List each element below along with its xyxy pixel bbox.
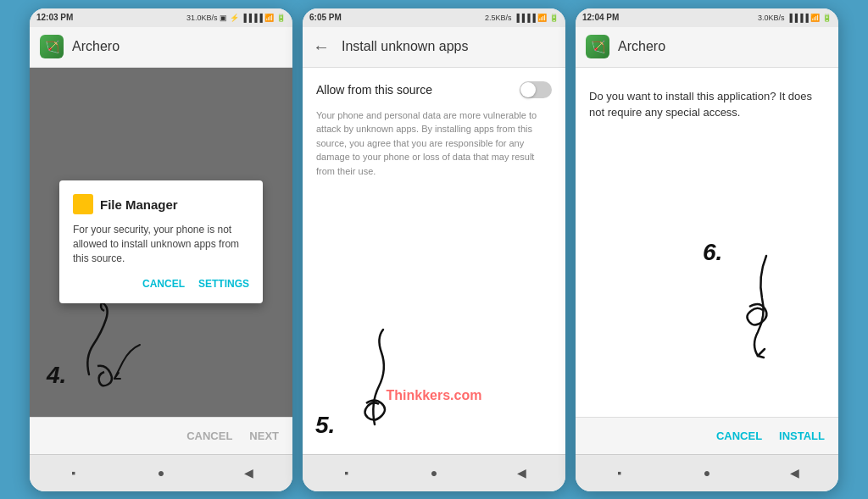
status-icons-1: 31.0KB/s ▣ ⚡ ▐▐▐▐ 📶 🔋 <box>186 14 286 22</box>
bottom-nav-3: ▪ ● ◀ <box>576 454 838 491</box>
status-bar-2: 6:05 PM 2.5KB/s ▐▐▐▐ 📶 🔋 <box>303 8 565 27</box>
app-icon-1: 🏹 <box>40 35 64 58</box>
install-prompt: Do you want to install this application?… <box>589 88 825 121</box>
app-title-2: Install unknown apps <box>342 39 468 54</box>
back-nav-1[interactable]: ◀ <box>240 464 257 481</box>
phone3: 12:04 PM 3.0KB/s ▐▐▐▐ 📶 🔋 🏹 Archero Do y… <box>576 8 838 491</box>
status-icons-3: 3.0KB/s ▐▐▐▐ 📶 🔋 <box>758 14 832 22</box>
main-container: 12:03 PM 31.0KB/s ▣ ⚡ ▐▐▐▐ 📶 🔋 🏹 Archero… <box>0 0 868 499</box>
home-nav-2[interactable]: ▪ <box>338 464 355 481</box>
app-title-3: Archero <box>618 39 665 54</box>
unknown-apps-content: Allow from this source Your phone and pe… <box>303 68 565 454</box>
warning-text: Your phone and personal data are more vu… <box>316 108 552 179</box>
time-1: 12:03 PM <box>36 13 73 22</box>
home-nav-3[interactable]: ▪ <box>611 464 628 481</box>
bottom-nav-1: ▪ ● ◀ <box>30 454 292 491</box>
recents-nav-3[interactable]: ● <box>698 464 715 481</box>
file-manager-dialog: File Manager For your security, your pho… <box>59 180 263 302</box>
next-button[interactable]: NEXT <box>249 430 279 442</box>
toggle-knob <box>520 82 536 97</box>
dialog-body: For your security, your phone is not all… <box>73 223 249 265</box>
install-button[interactable]: INSTALL <box>779 430 825 442</box>
action-bar-3: CANCEL INSTALL <box>576 417 838 454</box>
toggle-row: Allow from this source <box>316 81 552 98</box>
status-icons-2: 2.5KB/s ▐▐▐▐ 📶 🔋 <box>485 14 559 22</box>
status-bar-1: 12:03 PM 31.0KB/s ▣ ⚡ ▐▐▐▐ 📶 🔋 <box>30 8 292 27</box>
dialog-title: File Manager <box>100 197 178 212</box>
status-bar-3: 12:04 PM 3.0KB/s ▐▐▐▐ 📶 🔋 <box>576 8 838 27</box>
cancel-bottom-3[interactable]: CANCEL <box>716 430 762 442</box>
app-bar-3: 🏹 Archero <box>576 27 838 68</box>
folder-icon <box>73 194 93 214</box>
phone1: 12:03 PM 31.0KB/s ▣ ⚡ ▐▐▐▐ 📶 🔋 🏹 Archero… <box>30 8 292 491</box>
phone2: 6:05 PM 2.5KB/s ▐▐▐▐ 📶 🔋 ← Install unkno… <box>303 8 565 491</box>
app-bar-1: 🏹 Archero <box>30 27 292 68</box>
dimmed-overlay: File Manager For your security, your pho… <box>30 68 292 417</box>
app-title-1: Archero <box>72 39 120 54</box>
cancel-button-1[interactable]: CANCEL <box>142 278 185 290</box>
toggle-label: Allow from this source <box>316 83 432 97</box>
settings-button[interactable]: SETTINGS <box>198 278 249 290</box>
time-2: 6:05 PM <box>309 13 342 22</box>
home-nav-1[interactable]: ▪ <box>65 464 82 481</box>
phone3-content: Do you want to install this application?… <box>576 68 838 417</box>
install-content: Do you want to install this application?… <box>576 68 838 417</box>
phone1-content: File Manager For your security, your pho… <box>30 68 292 417</box>
dialog-buttons: CANCEL SETTINGS <box>73 278 249 290</box>
recents-nav-2[interactable]: ● <box>426 464 442 481</box>
app-icon-3: 🏹 <box>586 35 609 58</box>
action-bar-1: CANCEL NEXT <box>30 417 292 454</box>
allow-toggle[interactable] <box>520 81 552 98</box>
app-bar-2: ← Install unknown apps <box>303 27 565 68</box>
recents-nav-1[interactable]: ● <box>153 464 170 481</box>
time-3: 12:04 PM <box>582 13 619 22</box>
back-nav-2[interactable]: ◀ <box>513 464 530 481</box>
cancel-bottom-1[interactable]: CANCEL <box>186 430 232 442</box>
back-button-2[interactable]: ← <box>313 37 330 57</box>
phone2-content: Allow from this source Your phone and pe… <box>303 68 565 454</box>
bottom-nav-2: ▪ ● ◀ <box>303 454 565 491</box>
dialog-header: File Manager <box>73 194 249 214</box>
back-nav-3[interactable]: ◀ <box>786 464 803 481</box>
